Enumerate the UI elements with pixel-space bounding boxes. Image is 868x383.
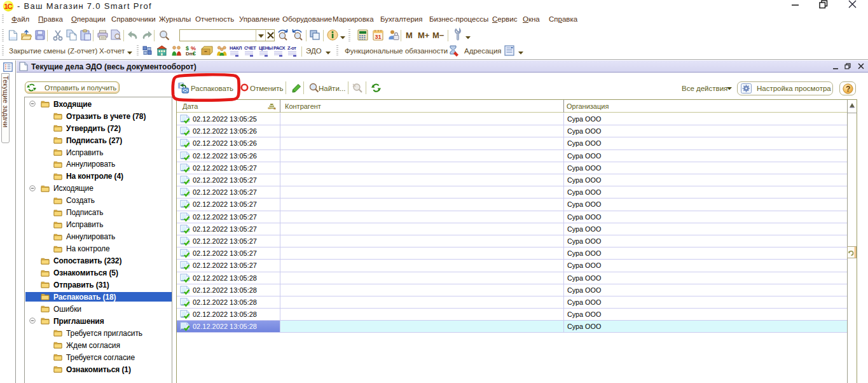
svg-text:РАСХ: РАСХ	[273, 45, 286, 51]
svg-text:?: ?	[846, 85, 850, 94]
svg-text:ЦЕНЫ: ЦЕНЫ	[259, 45, 273, 51]
svg-text:Z-от: Z-от	[287, 45, 296, 51]
svg-text:1С: 1С	[4, 3, 12, 10]
svg-text:€: €	[193, 50, 196, 57]
svg-text:СЧЕТ: СЧЕТ	[244, 45, 256, 51]
svg-text:НАКЛ: НАКЛ	[230, 45, 242, 51]
svg-text:31: 31	[375, 34, 381, 40]
